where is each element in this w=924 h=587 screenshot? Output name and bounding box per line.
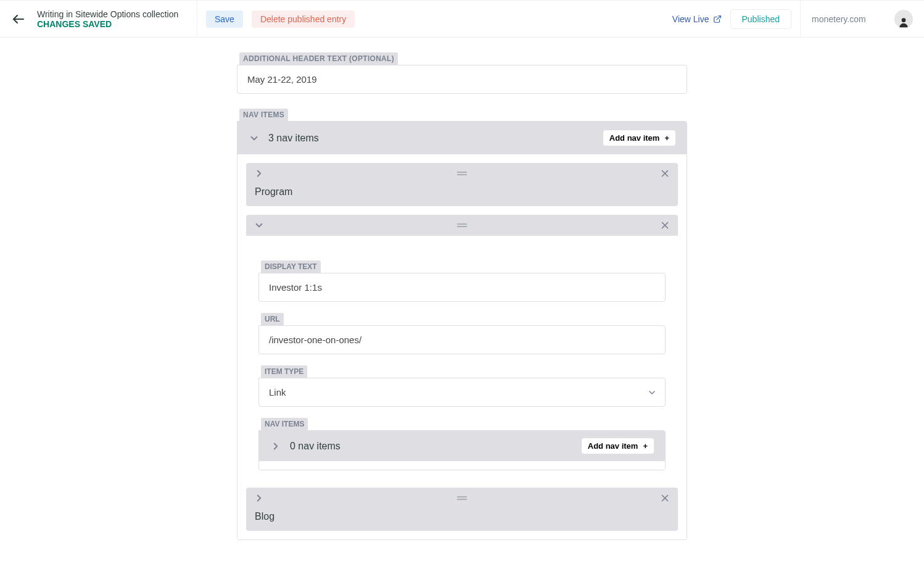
drag-icon (457, 223, 467, 228)
drag-handle[interactable] (457, 496, 467, 501)
add-button-label: Add nav item (588, 441, 638, 451)
expand-toggle[interactable] (254, 168, 265, 179)
external-link-icon (713, 15, 722, 23)
drag-icon (457, 496, 467, 501)
save-button[interactable]: Save (206, 10, 243, 28)
plus-icon: + (643, 441, 648, 451)
topbar-left: Writing in Sitewide Options collection C… (0, 1, 197, 37)
url-input[interactable] (258, 325, 666, 354)
item-title: Program (246, 184, 678, 206)
content: ADDITIONAL HEADER TEXT (OPTIONAL) NAV IT… (237, 38, 687, 562)
view-live-link[interactable]: View Live (672, 14, 722, 24)
title-block: Writing in Sitewide Options collection C… (37, 9, 178, 29)
field-label: ADDITIONAL HEADER TEXT (OPTIONAL) (239, 52, 398, 65)
chevron-down-icon (254, 220, 265, 231)
additional-header-input[interactable] (237, 65, 687, 94)
nested-nav-items-list: 0 nav items Add nav item + (258, 430, 666, 470)
svg-point-2 (902, 18, 906, 22)
item-expanded-body: DISPLAY TEXT URL ITEM TYPE (246, 236, 678, 479)
save-status: CHANGES SAVED (37, 19, 178, 29)
user-icon (897, 16, 910, 28)
breadcrumb: Writing in Sitewide Options collection (37, 9, 178, 19)
topbar-right: monetery.com (801, 1, 924, 37)
add-nested-nav-item-button[interactable]: Add nav item + (582, 438, 654, 454)
published-button[interactable]: Published (730, 9, 792, 29)
content-wrap: ADDITIONAL HEADER TEXT (OPTIONAL) NAV IT… (0, 38, 924, 587)
field-additional-header: ADDITIONAL HEADER TEXT (OPTIONAL) (237, 52, 687, 94)
item-title: Blog (246, 509, 678, 531)
item-head (246, 215, 678, 236)
remove-item-button[interactable] (659, 220, 670, 231)
field-label: ITEM TYPE (261, 365, 307, 378)
nav-item-card: Blog (246, 488, 678, 531)
delete-button[interactable]: Delete published entry (252, 10, 355, 28)
site-name: monetery.com (812, 14, 882, 24)
chevron-down-icon (249, 133, 260, 144)
drag-icon (457, 171, 467, 176)
topbar-mid: Save Delete published entry View Live Pu… (197, 1, 801, 37)
close-icon (659, 168, 670, 179)
add-button-label: Add nav item (609, 133, 660, 143)
close-icon (659, 220, 670, 231)
field-nested-nav-items: NAV ITEMS 0 nav items Add nav item (258, 418, 666, 470)
item-head (246, 163, 678, 184)
drag-handle[interactable] (457, 171, 467, 176)
svg-line-1 (716, 15, 720, 19)
expand-toggle[interactable] (270, 441, 281, 452)
close-icon (659, 493, 670, 504)
view-live-label: View Live (672, 14, 709, 24)
field-url: URL (258, 313, 666, 354)
chevron-right-icon (254, 493, 265, 504)
list-body: Program (237, 154, 687, 539)
nav-item-card-expanded: DISPLAY TEXT URL ITEM TYPE (246, 215, 678, 479)
drag-handle[interactable] (457, 223, 467, 228)
list-header: 0 nav items Add nav item + (259, 431, 665, 461)
display-text-input[interactable] (258, 273, 666, 302)
nav-items-list: 3 nav items Add nav item + (237, 121, 687, 540)
field-label: NAV ITEMS (239, 109, 288, 121)
field-label: DISPLAY TEXT (261, 260, 321, 273)
field-item-type: ITEM TYPE (258, 365, 666, 407)
field-nav-items: NAV ITEMS 3 nav items Add nav item + (237, 109, 687, 540)
remove-item-button[interactable] (659, 168, 670, 179)
item-type-select[interactable] (258, 378, 666, 407)
chevron-right-icon (254, 168, 265, 179)
field-label: URL (261, 313, 284, 325)
avatar[interactable] (894, 10, 913, 28)
back-button[interactable] (0, 1, 37, 37)
nav-item-card: Program (246, 163, 678, 206)
list-count: 3 nav items (268, 133, 595, 144)
item-head (246, 488, 678, 509)
list-header: 3 nav items Add nav item + (237, 122, 687, 154)
add-nav-item-button[interactable]: Add nav item + (603, 130, 675, 146)
field-display-text: DISPLAY TEXT (258, 260, 666, 302)
topbar: Writing in Sitewide Options collection C… (0, 0, 924, 38)
arrow-left-icon (11, 12, 26, 27)
field-label: NAV ITEMS (261, 418, 308, 430)
list-count: 0 nav items (290, 441, 573, 452)
chevron-right-icon (270, 441, 281, 452)
plus-icon: + (664, 133, 669, 143)
remove-item-button[interactable] (659, 493, 670, 504)
collapse-toggle[interactable] (249, 133, 260, 144)
expand-toggle[interactable] (254, 493, 265, 504)
collapse-toggle[interactable] (254, 220, 265, 231)
